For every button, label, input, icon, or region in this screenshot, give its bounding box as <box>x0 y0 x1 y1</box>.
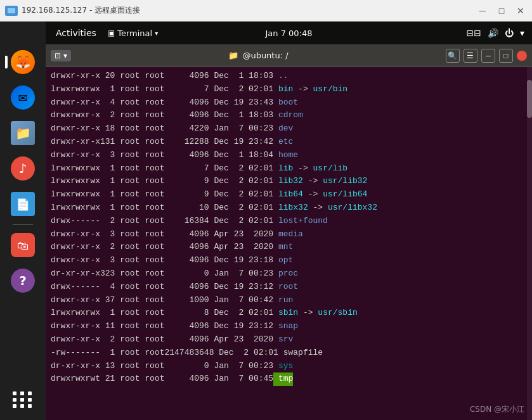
file-owner: root <box>115 175 139 188</box>
terminal-search-button[interactable]: 🔍 <box>446 49 460 63</box>
file-links: 2 <box>100 333 115 347</box>
file-size: 4096 <box>164 254 209 267</box>
file-date: Dec 2 02:01 <box>209 201 273 215</box>
table-row: drwxrwxrwt 21 root root 4096 Jan 7 00:45… <box>51 372 527 386</box>
rdp-icon <box>5 6 18 16</box>
network-icon[interactable]: ⊟⊟ <box>467 28 481 38</box>
file-group: root <box>139 254 164 267</box>
terminal-menu-area: ⊡ ▾ <box>51 50 71 61</box>
dir-name: .. <box>273 70 288 83</box>
file-group: root <box>139 294 164 307</box>
file-owner: root <box>115 228 139 241</box>
table-row: drwxr-xr-x 3 root root 4096 Dec 1 18:04 … <box>51 149 527 162</box>
file-owner: root <box>115 162 139 175</box>
file-date: Apr 23 2020 <box>209 228 273 241</box>
file-permissions: drwxr-xr-x <box>51 122 100 136</box>
file-owner: root <box>115 149 139 162</box>
table-row: drwxr-xr-x 4 root root 4096 Dec 19 23:43… <box>51 96 527 110</box>
file-group: root <box>139 149 164 162</box>
file-size: 4096 <box>164 149 209 162</box>
file-size: 4096 <box>164 70 209 83</box>
table-row: drwx------ 2 root root 16384 Dec 2 02:01… <box>51 215 527 228</box>
file-permissions: dr-xr-xr-x <box>51 360 100 373</box>
terminal-menu-button[interactable]: ☰ <box>464 49 477 63</box>
terminal-menu[interactable]: ▣ Terminal ▾ <box>108 29 158 38</box>
file-links: 2 <box>100 215 115 228</box>
dock-item-help[interactable]: ? <box>8 265 38 296</box>
file-permissions: drwxr-xr-x <box>51 96 100 110</box>
dock-item-files[interactable]: 📁 <box>8 118 38 148</box>
file-size: 7 <box>164 162 209 175</box>
terminal-maximize-button[interactable]: □ <box>499 49 513 63</box>
table-row: drwxr-xr-x 2 root root 4096 Apr 23 2020 … <box>51 241 527 254</box>
table-row: drwxr-xr-x131 root root 12288 Dec 19 23:… <box>51 136 527 149</box>
link-target: usr/bin <box>313 83 348 96</box>
file-date: Jan 7 00:23 <box>209 267 273 281</box>
table-row: dr-xr-xr-x323 root root 0 Jan 7 00:23 pr… <box>51 267 527 281</box>
minimize-button[interactable]: ─ <box>474 2 491 20</box>
close-button[interactable]: ✕ <box>512 2 529 20</box>
file-permissions: dr-xr-xr-x <box>51 267 100 281</box>
file-size: 9 <box>164 175 209 188</box>
file-group: root <box>139 70 164 83</box>
file-date: Jan 7 00:42 <box>209 294 273 307</box>
window-title: 192.168.125.127 - 远程桌面连接 <box>22 5 140 16</box>
terminal-content[interactable]: drwxr-xr-x 20 root root 4096 Dec 1 18:03… <box>46 67 532 420</box>
writer-icon: 📄 <box>11 192 35 216</box>
scrollbar-thumb[interactable] <box>527 80 532 118</box>
file-owner: root <box>115 96 139 110</box>
file-date: Dec 2 02:01 <box>209 83 273 96</box>
power-icon[interactable]: ⏻ <box>505 28 514 38</box>
file-date: Dec 19 23:12 <box>209 320 273 333</box>
file-permissions: lrwxrwxrwx <box>51 201 100 215</box>
table-row: lrwxrwxrwx 1 root root 9 Dec 2 02:01 lib… <box>51 188 527 201</box>
file-group: root <box>139 228 164 241</box>
dock-item-firefox[interactable]: 🦊 <box>8 47 38 77</box>
terminal-new-tab-button[interactable]: ⊡ ▾ <box>51 50 71 61</box>
link-target: usr/sbin <box>318 307 357 320</box>
file-links: 2 <box>100 241 115 254</box>
file-size: 9 <box>164 188 209 201</box>
file-owner: root <box>115 372 139 386</box>
file-links: 323 <box>100 267 115 281</box>
link-target: usr/lib <box>313 162 348 175</box>
file-date: Dec 19 23:42 <box>209 136 273 149</box>
terminal-scrollbar[interactable] <box>527 67 532 420</box>
file-group: root <box>139 175 164 188</box>
file-permissions: -rw------- <box>51 347 100 360</box>
terminal-minimize-button[interactable]: ─ <box>481 49 495 63</box>
dir-name: root <box>273 281 298 294</box>
top-bar-left: Activities ▣ Terminal ▾ <box>53 27 158 39</box>
file-date: Dec 2 02:01 <box>209 175 273 188</box>
file-date: Dec 19 23:12 <box>209 281 273 294</box>
file-size: 4096 <box>164 333 209 347</box>
dock-item-writer[interactable]: 📄 <box>8 189 38 219</box>
show-applications-button[interactable] <box>8 385 38 415</box>
dock-item-thunderbird[interactable]: ✉ <box>8 82 38 113</box>
file-links: 11 <box>100 320 115 333</box>
table-row: lrwxrwxrwx 1 root root 7 Dec 2 02:01 bin… <box>51 83 527 96</box>
file-date: Dec 1 18:03 <box>209 109 273 122</box>
activities-button[interactable]: Activities <box>53 27 99 39</box>
file-links: 4 <box>100 96 115 110</box>
file-owner: root <box>115 201 139 215</box>
music-icon: ♪ <box>11 156 35 181</box>
file-permissions: lrwxrwxrwx <box>51 175 100 188</box>
dropdown-icon[interactable]: ▾ <box>520 28 524 38</box>
file-group: root <box>139 360 164 373</box>
files-icon: 📁 <box>11 121 35 145</box>
file-permissions: drwxrwxrwt <box>51 372 100 386</box>
table-row: drwxr-xr-x 3 root root 4096 Apr 23 2020 … <box>51 228 527 241</box>
terminal-window: ⊡ ▾ 📁 @ubuntu: / 🔍 ☰ ─ □ drwxr-xr-x 20 r… <box>46 44 532 420</box>
maximize-button[interactable]: □ <box>493 2 510 20</box>
file-owner: root <box>115 333 139 347</box>
volume-icon[interactable]: 🔊 <box>488 28 498 38</box>
help-icon: ? <box>11 269 35 293</box>
table-row: lrwxrwxrwx 1 root root 9 Dec 2 02:01 lib… <box>51 175 527 188</box>
file-links: 37 <box>100 294 115 307</box>
table-row: lrwxrwxrwx 1 root root 7 Dec 2 02:01 lib… <box>51 162 527 175</box>
dock-item-music[interactable]: ♪ <box>8 153 38 184</box>
terminal-close-button[interactable] <box>517 51 527 61</box>
dock-item-appcenter[interactable]: 🛍 <box>8 230 38 260</box>
dir-name: lost+found <box>273 215 328 228</box>
